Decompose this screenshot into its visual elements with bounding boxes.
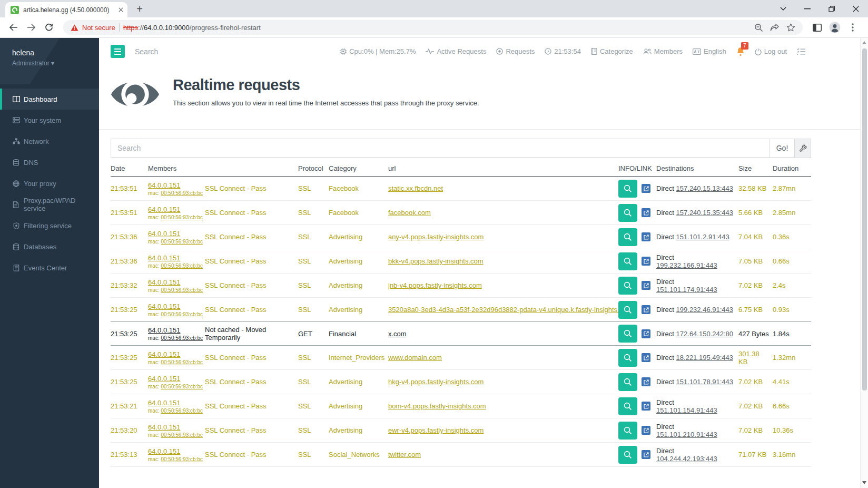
sidebar-item-your-system[interactable]: Your system	[0, 110, 99, 131]
destination-link[interactable]: 157.240.15.13:443	[676, 184, 733, 192]
member-ip-link[interactable]: 64.0.0.151	[148, 230, 180, 238]
url-link[interactable]: static.xx.fbcdn.net	[388, 184, 443, 192]
active-requests-button[interactable]: Active Requests	[426, 47, 486, 55]
member-ip-link[interactable]: 64.0.0.151	[148, 254, 180, 262]
row-search-button[interactable]	[618, 204, 637, 222]
share-icon[interactable]	[770, 23, 780, 32]
scrollbar-down-arrow[interactable]	[862, 481, 866, 484]
row-external-link-button[interactable]	[642, 184, 650, 193]
destination-link[interactable]: 199.232.166.91:443	[656, 261, 717, 269]
tab-close-icon[interactable]	[119, 7, 123, 12]
url-link[interactable]: any-v4.pops.fastly-insights.com	[388, 233, 484, 241]
mac-link[interactable]: 00:50:56:93:cb:bc	[161, 384, 203, 389]
member-ip-link[interactable]: 64.0.0.151	[148, 326, 180, 334]
row-search-button[interactable]	[618, 180, 637, 198]
row-external-link-button[interactable]	[642, 353, 650, 362]
row-external-link-button[interactable]	[642, 232, 650, 241]
new-tab-button[interactable]: +	[133, 2, 146, 16]
destination-link[interactable]: 151.101.2.91:443	[676, 233, 729, 241]
destination-link[interactable]: 172.64.150.242:80	[676, 330, 733, 338]
url-link[interactable]: bkk-v4.pops.fastly-insights.com	[388, 257, 484, 265]
url-link[interactable]: 3520a8a0-3ed3-4d3a-a53f-2e32d96d3882-pda…	[388, 306, 618, 314]
member-ip-link[interactable]: 64.0.0.151	[148, 206, 180, 213]
sidebar-item-databases[interactable]: Databases	[0, 236, 99, 257]
member-ip-link[interactable]: 64.0.0.151	[148, 399, 180, 407]
sidebar-item-network[interactable]: Network	[0, 131, 99, 152]
minimize-icon[interactable]	[795, 0, 820, 17]
member-ip-link[interactable]: 64.0.0.151	[148, 350, 180, 358]
member-ip-link[interactable]: 64.0.0.151	[148, 181, 180, 189]
sidebar-item-proxy-pac[interactable]: Proxy.pac/WPAD service	[0, 194, 99, 215]
side-panel-icon[interactable]	[809, 19, 825, 35]
row-search-button[interactable]	[618, 349, 637, 367]
row-external-link-button[interactable]	[642, 208, 650, 217]
row-search-button[interactable]	[618, 325, 637, 343]
url-link[interactable]: bom-v4.pops.fastly-insights.com	[388, 402, 486, 410]
mac-link[interactable]: 00:50:56:93:cb:bc	[161, 311, 203, 317]
notifications-bell-icon[interactable]: 7	[736, 47, 745, 56]
row-external-link-button[interactable]	[642, 402, 650, 411]
logout-button[interactable]: Log out	[755, 47, 787, 55]
task-list-icon[interactable]	[797, 48, 805, 55]
destination-link[interactable]: 199.232.46.91:443	[676, 306, 733, 314]
url-link[interactable]: ewr-v4.pops.fastly-insights.com	[388, 426, 484, 434]
topbar-search-input[interactable]	[135, 47, 224, 56]
mac-link[interactable]: 00:50:56:93:cb:bc	[161, 214, 203, 220]
restore-icon[interactable]	[820, 0, 844, 17]
url-link[interactable]: hkg-v4.pops.fastly-insights.com	[388, 378, 484, 386]
member-ip-link[interactable]: 64.0.0.151	[148, 423, 180, 431]
language-selector[interactable]: English	[693, 47, 726, 55]
row-external-link-button[interactable]	[642, 305, 650, 314]
url-link[interactable]: facebook.com	[388, 209, 431, 217]
members-button[interactable]: Members	[643, 47, 683, 55]
browser-tab[interactable]: artica.helena.gg (4.50.000000)	[5, 2, 127, 17]
row-external-link-button[interactable]	[642, 281, 650, 290]
mac-link[interactable]: 00:50:56:93:cb:bc	[161, 190, 203, 196]
close-window-icon[interactable]	[844, 0, 868, 17]
sidebar-item-dns[interactable]: DNS	[0, 152, 99, 173]
url-link[interactable]: jnb-v4.pops.fastly-insights.com	[388, 281, 482, 289]
sidebar-item-your-proxy[interactable]: Your proxy	[0, 173, 99, 194]
destination-link[interactable]: 151.101.78.91:443	[676, 378, 733, 386]
mac-link[interactable]: 00:50:56:93:cb:bc	[161, 239, 203, 245]
member-ip-link[interactable]: 64.0.0.151	[148, 375, 180, 383]
profile-avatar[interactable]	[827, 19, 843, 35]
reload-icon[interactable]	[41, 19, 57, 35]
destination-link[interactable]: 151.101.174.91:443	[656, 286, 717, 294]
url-link[interactable]: twitter.com	[388, 451, 421, 458]
destination-link[interactable]: 157.240.15.35:443	[676, 209, 733, 217]
browser-kebab-menu-icon[interactable]	[845, 19, 861, 35]
member-ip-link[interactable]: 64.0.0.151	[148, 302, 180, 310]
row-search-button[interactable]	[618, 446, 637, 464]
row-search-button[interactable]	[618, 373, 637, 391]
mac-link[interactable]: 00:50:56:93:cb:bc	[161, 335, 203, 341]
mac-link[interactable]: 00:50:56:93:cb:bc	[161, 456, 203, 462]
requests-button[interactable]: Requests	[496, 47, 535, 55]
row-search-button[interactable]	[618, 252, 637, 270]
sidebar-item-filtering-service[interactable]: Filtering service	[0, 215, 99, 236]
destination-link[interactable]: 151.101.154.91:443	[656, 406, 717, 414]
address-bar[interactable]: Not secure https://64.0.0.10:9000/progre…	[63, 20, 803, 35]
hamburger-menu-button[interactable]	[111, 45, 125, 58]
row-search-button[interactable]	[618, 277, 637, 295]
mac-link[interactable]: 00:50:56:93:cb:bc	[161, 287, 203, 293]
mac-link[interactable]: 00:50:56:93:cb:bc	[161, 432, 203, 438]
row-external-link-button[interactable]	[642, 426, 650, 435]
go-button[interactable]: Go!	[770, 139, 795, 158]
destination-link[interactable]: 104.244.42.193:443	[656, 455, 717, 463]
row-external-link-button[interactable]	[642, 329, 650, 338]
row-external-link-button[interactable]	[642, 257, 650, 266]
row-search-button[interactable]	[618, 422, 637, 440]
back-icon[interactable]	[5, 19, 21, 35]
sidebar-item-events-center[interactable]: Events Center	[0, 257, 99, 278]
bookmark-star-icon[interactable]	[786, 23, 795, 32]
browser-menu-chevron-icon[interactable]	[771, 0, 795, 17]
page-scrollbar[interactable]	[860, 38, 868, 488]
mac-link[interactable]: 00:50:56:93:cb:bc	[161, 408, 203, 414]
url-link[interactable]: www.domain.com	[388, 354, 442, 362]
row-search-button[interactable]	[618, 301, 637, 319]
url-link[interactable]: x.com	[388, 330, 407, 338]
zoom-icon[interactable]	[754, 23, 763, 32]
sidebar-item-dashboard[interactable]: Dashboard	[0, 89, 99, 110]
row-search-button[interactable]	[618, 397, 637, 415]
